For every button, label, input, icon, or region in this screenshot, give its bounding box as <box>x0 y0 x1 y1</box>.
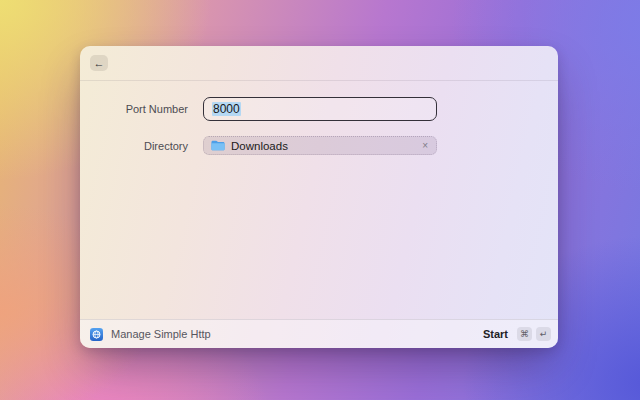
window-header: ← <box>80 46 558 81</box>
back-arrow-icon: ← <box>94 57 105 68</box>
form-row-port: Port Number 8000 <box>80 97 558 121</box>
desktop-background: ← Port Number 8000 Directory <box>0 0 640 400</box>
port-number-label: Port Number <box>80 103 188 115</box>
port-number-input[interactable]: 8000 <box>203 97 437 121</box>
extension-window: ← Port Number 8000 Directory <box>80 46 558 348</box>
return-key-icon: ↵ <box>536 327 551 341</box>
globe-app-icon <box>90 328 103 341</box>
command-title: Manage Simple Http <box>111 328 211 340</box>
directory-value: Downloads <box>231 140 288 152</box>
form-row-directory: Directory Downloads × <box>80 136 558 155</box>
port-number-value: 8000 <box>212 102 241 116</box>
command-key-icon: ⌘ <box>517 327 532 341</box>
action-bar: Manage Simple Http Start ⌘ ↵ <box>80 319 558 348</box>
form-area: Port Number 8000 Directory <box>80 81 558 319</box>
start-action-button[interactable]: Start ⌘ ↵ <box>479 325 551 343</box>
remove-directory-icon[interactable]: × <box>421 141 429 151</box>
start-label: Start <box>483 328 508 340</box>
action-bar-left: Manage Simple Http <box>90 328 211 341</box>
folder-icon <box>211 140 225 151</box>
back-button[interactable]: ← <box>90 55 108 71</box>
directory-picker[interactable]: Downloads × <box>203 136 437 155</box>
directory-label: Directory <box>80 140 188 152</box>
